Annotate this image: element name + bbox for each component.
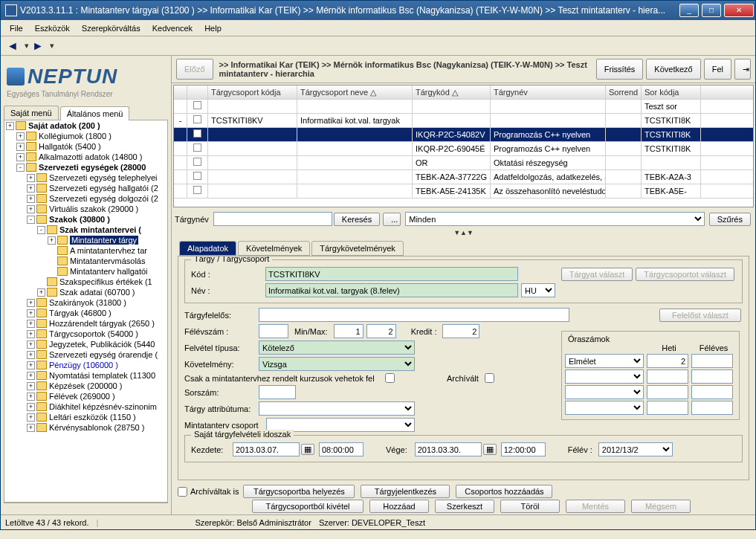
tree-toggle-icon[interactable]: + [27, 330, 35, 338]
pin-icon[interactable]: ⇥ [734, 59, 751, 80]
tree-toggle-icon[interactable]: + [27, 195, 35, 203]
serial-input[interactable] [259, 385, 296, 399]
tree-toggle-icon[interactable]: + [27, 372, 35, 380]
col-group-name[interactable]: Tárgycsoport neve △ [297, 85, 413, 99]
tree-node[interactable]: +Szervezeti egység órarendje ( [4, 349, 167, 360]
tree-toggle-icon[interactable]: + [27, 403, 35, 411]
tree-toggle-icon[interactable]: + [37, 288, 45, 297]
tree-view[interactable]: +Saját adatok (200 )+Kollégiumok (1800 )… [4, 120, 168, 503]
place-in-group-button[interactable]: Tárgycsoportba helyezés [243, 485, 355, 498]
tree-node[interactable]: +Virtuális szakok (29000 ) [4, 204, 167, 214]
next-button[interactable]: Következő [646, 59, 700, 80]
search-input[interactable] [213, 212, 332, 226]
semester-input[interactable] [259, 324, 288, 338]
tree-node[interactable]: +Mintatanterv tárgy [4, 235, 167, 245]
tree-toggle-icon[interactable]: + [27, 382, 35, 390]
attribute-select[interactable] [259, 401, 415, 416]
remove-from-group-button[interactable]: Tárgycsoportból kivétel [252, 500, 364, 513]
name-input[interactable] [265, 283, 518, 297]
maximize-button[interactable]: □ [702, 4, 721, 17]
filter-button[interactable]: Szűrés [709, 213, 751, 226]
tree-toggle-icon[interactable]: + [16, 153, 25, 161]
menu-help[interactable]: Help [198, 22, 227, 34]
menu-file[interactable]: File [4, 22, 29, 34]
menu-tools[interactable]: Eszközök [29, 22, 76, 34]
tree-toggle-icon[interactable]: + [27, 205, 35, 213]
hours-sem-2[interactable] [691, 369, 733, 384]
start-time-input[interactable] [319, 442, 364, 456]
col-group-code[interactable]: Tárgycsoport kódja [208, 85, 297, 99]
tree-node[interactable]: Szakspecifikus értékek (1 [4, 277, 167, 287]
start-date-picker-icon[interactable]: ▦ [301, 444, 314, 455]
tree-node[interactable]: +Szervezeti egység dolgozói (2 [4, 193, 167, 204]
hours-type-4[interactable] [565, 401, 644, 415]
tree-toggle-icon[interactable]: + [27, 393, 35, 401]
cancel-button[interactable]: Mégsem [631, 500, 691, 513]
tree-node[interactable]: +Félévek (269000 ) [4, 391, 167, 401]
table-row[interactable]: TEBK-A5E-24135KAz összehasonlító nevelés… [174, 184, 753, 199]
tree-node[interactable]: -Szak mintatantervei ( [4, 225, 167, 235]
tree-toggle-icon[interactable]: - [37, 226, 45, 234]
hours-sem-4[interactable] [691, 401, 733, 415]
end-time-input[interactable] [501, 442, 546, 456]
table-row[interactable]: Teszt sor [174, 100, 753, 114]
col-subject-code[interactable]: Tárgykód △ [413, 85, 491, 99]
end-date-input[interactable] [415, 442, 482, 456]
tree-node[interactable]: +Leltári eszközök (1150 ) [4, 412, 167, 422]
tree-node[interactable]: +Saját adatok (200 ) [4, 120, 167, 131]
hours-weekly-1[interactable] [647, 354, 688, 368]
filter-select[interactable]: Minden [405, 212, 705, 226]
tree-toggle-icon[interactable]: + [27, 361, 35, 369]
requirement-select[interactable]: Vizsga [259, 357, 415, 371]
menu-favorites[interactable]: Kedvencek [146, 22, 198, 34]
col-subject-name[interactable]: Tárgynév [491, 85, 606, 99]
tree-node[interactable]: Mintatanterv hallgatói [4, 266, 167, 277]
enroll-type-select[interactable]: Kötelező [259, 340, 415, 355]
tree-toggle-icon[interactable]: + [16, 132, 25, 141]
hours-type-2[interactable] [565, 369, 644, 384]
nav-back-icon[interactable]: ◄ [4, 38, 22, 54]
select-responsible-button[interactable]: Felelőst választ [659, 309, 741, 322]
tree-toggle-icon[interactable]: + [27, 299, 35, 307]
close-button[interactable]: ✕ [724, 4, 754, 17]
tree-node[interactable]: +Képzések (200000 ) [4, 381, 167, 391]
subject-enroll-button[interactable]: Tárgyjelentkezés [361, 485, 450, 498]
select-subject-button[interactable]: Tárgyat választ [561, 268, 633, 281]
row-checkbox[interactable] [193, 129, 201, 138]
tab-own-menu[interactable]: Saját menü [4, 106, 59, 120]
lang-select[interactable]: HU [521, 283, 555, 297]
row-checkbox[interactable] [193, 101, 201, 109]
hours-type-3[interactable] [565, 385, 644, 399]
table-row[interactable]: OROktatási részegység [174, 156, 753, 170]
row-checkbox[interactable] [193, 186, 201, 194]
tab-basedata[interactable]: Alapadatok [179, 241, 236, 256]
search-more-button[interactable]: ... [383, 213, 401, 226]
hours-sem-1[interactable] [691, 354, 733, 368]
tree-toggle-icon[interactable]: + [27, 184, 35, 193]
tree-toggle-icon[interactable]: + [6, 122, 14, 130]
add-button[interactable]: Hozzáad [369, 500, 429, 513]
tree-node[interactable]: +Kollégiumok (1800 ) [4, 131, 167, 141]
table-row[interactable]: IKQR-P2C-54082VProgramozás C++ nyelvenTC… [174, 128, 753, 142]
col-expand[interactable] [174, 85, 187, 99]
col-row-code[interactable]: Sor kódja [642, 85, 701, 99]
tree-scrollbar[interactable] [4, 503, 168, 514]
tree-toggle-icon[interactable]: - [16, 164, 25, 172]
refresh-button[interactable]: Frissítés [596, 59, 644, 80]
tree-node[interactable]: Mintatantervmásolás [4, 256, 167, 266]
tree-node[interactable]: +Alkalmazotti adatok (14800 ) [4, 152, 167, 162]
tree-node[interactable]: -Szakok (30800 ) [4, 214, 167, 225]
edit-button[interactable]: Szerkeszt [435, 500, 494, 513]
select-group-button[interactable]: Tárgycsoportot választ [636, 268, 734, 281]
row-checkbox[interactable] [193, 143, 201, 152]
tree-toggle-icon[interactable]: + [27, 424, 35, 432]
nav-forward-icon[interactable]: ► [29, 38, 47, 54]
tree-node[interactable]: +Szakirányok (31800 ) [4, 297, 167, 308]
group-add-button[interactable]: Csoportos hozzáadás [456, 485, 552, 498]
tree-node[interactable]: +Tárgyak (46800 ) [4, 308, 167, 318]
hours-weekly-4[interactable] [647, 401, 688, 415]
tree-node[interactable]: A mintatantervhez tar [4, 245, 167, 256]
tree-node[interactable]: +Hozzárendelt tárgyak (2650 ) [4, 318, 167, 329]
col-check[interactable] [187, 85, 208, 99]
start-date-input[interactable] [233, 442, 300, 456]
